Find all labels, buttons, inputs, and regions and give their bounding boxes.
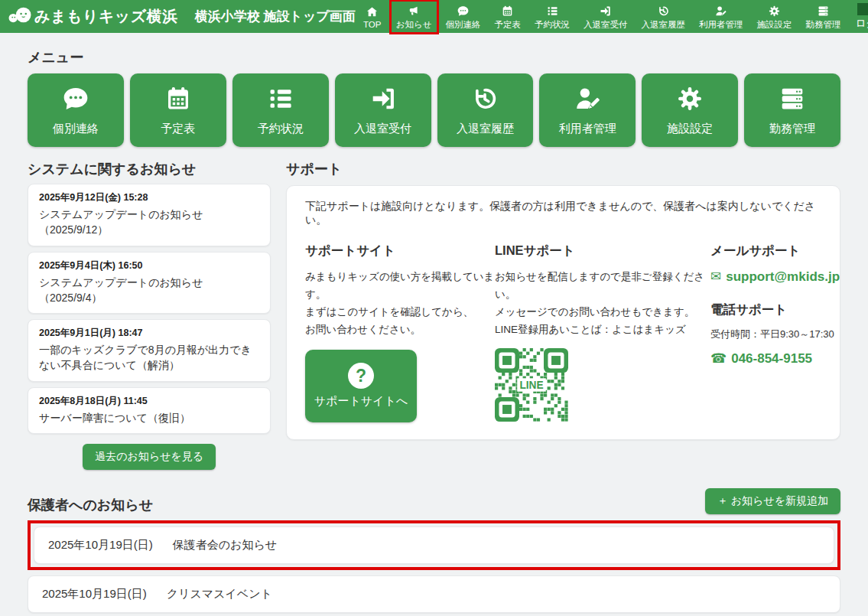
parent-news-item[interactable]: 2025年10月19日(日) クリスマスイベント [28,575,840,613]
page-title: 横浜小学校 施設トップ画面 [195,8,356,25]
mail-support-link[interactable]: ✉ support@mkids.jp [710,269,840,285]
nav-item-top[interactable]: TOP [356,0,389,33]
support-title: サポート [286,160,840,178]
menu-button-entry-exit-reception[interactable]: 入退室受付 [335,73,431,147]
app-logo[interactable]: みまもりキッズ横浜 [8,5,178,28]
support-notice: 下記サポートは施設向けとなります。保護者の方は利用できませんので、保護者へは案内… [305,200,821,227]
home-icon [366,5,379,18]
menu-section-title: メニュー [28,48,840,67]
phone-icon: ☎ [710,350,727,367]
annotation-highlight-box: 2025年10月19日(日) 保護者会のお知らせ [28,520,840,570]
nav-item-user-management[interactable]: 利用者管理 [692,0,750,34]
comment-dots-icon [457,4,470,18]
calendar-icon [501,4,514,18]
support-site-column: サポートサイト みまもりキッズの使い方を掲載しています。 まずはこのサイトを確認… [305,230,495,422]
logout-button[interactable]: ログアウト [856,3,868,31]
sign-in-icon [599,4,612,18]
parent-news-item[interactable]: 2025年10月19日(日) 保護者会のお知らせ [34,526,834,564]
menu-button-reservation-status[interactable]: 予約状況 [232,73,329,147]
envelope-icon: ✉ [710,269,721,285]
calendar-icon [164,84,193,116]
list-icon [546,4,559,18]
system-news-title: システムに関するお知らせ [28,160,271,178]
parent-news-title: 保護者へのお知らせ [28,496,153,514]
server-icon [817,4,830,18]
list-icon [266,84,295,116]
header-nav: TOP お知らせ 個別連絡 予定表 予約状況 入退室受付 入退室履歴 利用者管 [356,0,848,34]
nav-item-facility-settings[interactable]: 施設設定 [750,0,799,34]
server-icon [778,84,807,116]
mascot-icon [8,5,31,28]
history-icon [657,4,670,18]
nav-item-work-management[interactable]: 勤務管理 [799,0,848,34]
sign-in-icon [369,84,398,116]
top-header: みまもりキッズ横浜 横浜小学校 施設トップ画面 TOP お知らせ 個別連絡 予定… [0,0,868,33]
system-news-section: システムに関するお知らせ 2025年9月12日(金) 15:28 システムアップ… [28,160,271,470]
system-news-item[interactable]: 2025年9月4日(木) 16:50 システムアップデートのお知らせ（2025/… [28,252,271,315]
app-logo-text: みまもりキッズ横浜 [34,6,178,27]
system-news-item[interactable]: 2025年9月12日(金) 15:28 システムアップデートのお知らせ（2025… [28,184,271,246]
nav-item-entry-exit-history[interactable]: 入退室履歴 [635,0,693,34]
nav-item-reservation-status[interactable]: 予約状況 [528,0,577,34]
phone-support-hours: 受付時間：平日9:30～17:30 [710,328,840,341]
logout-box [857,3,868,15]
megaphone-icon [407,4,421,18]
system-news-item[interactable]: 2025年9月1日(月) 18:47 一部のキッズクラブで8月の月報が出力できな… [28,319,271,382]
line-support-title: LINEサポート [495,243,710,259]
menu-button-schedule[interactable]: 予定表 [130,73,226,147]
support-site-title: サポートサイト [305,243,495,259]
nav-item-news[interactable]: お知らせ [389,0,439,34]
svg-text:LINE: LINE [519,380,543,391]
phone-support-title: 電話サポート [710,301,840,318]
user-pen-icon [573,84,602,116]
nav-item-individual-contact[interactable]: 個別連絡 [439,0,488,34]
menu-button-user-management[interactable]: 利用者管理 [539,73,636,147]
user-pen-icon [714,4,727,18]
nav-item-schedule[interactable]: 予定表 [488,0,528,34]
add-news-button[interactable]: ＋ お知らせを新規追加 [705,488,840,514]
support-site-button[interactable]: ? サポートサイトへ [305,350,417,422]
history-icon [470,84,499,116]
menu-button-work-management[interactable]: 勤務管理 [744,73,840,147]
comment-dots-icon [61,84,90,116]
mail-phone-column: メールサポート ✉ support@mkids.jp 電話サポート 受付時間：平… [710,230,840,422]
menu-button-facility-settings[interactable]: 施設設定 [642,73,738,147]
menu-grid: 個別連絡 予定表 予約状況 入退室受付 入退室履歴 利用者管理 施設設定 勤務 [28,73,840,147]
system-news-past-button[interactable]: 過去のお知らせを見る [83,444,216,470]
menu-button-individual-contact[interactable]: 個別連絡 [28,73,124,147]
gear-icon [675,84,704,116]
plus-icon: ＋ [717,494,728,507]
menu-button-entry-exit-history[interactable]: 入退室履歴 [437,73,534,147]
system-news-item[interactable]: 2025年8月18日(月) 11:45 サーバー障害について（復旧） [28,387,271,434]
question-circle-icon: ? [348,363,374,389]
nav-item-entry-exit-reception[interactable]: 入退室受付 [577,0,635,34]
gear-icon [768,4,781,18]
phone-support-link[interactable]: ☎ 046-854-9155 [710,350,812,367]
line-support-column: LINEサポート お知らせを配信しますので是非ご登録ください。 メッセージでのお… [495,230,710,422]
support-section: サポート 下記サポートは施設向けとなります。保護者の方は利用できませんので、保護… [286,160,840,440]
mail-support-title: メールサポート [710,243,840,259]
line-qr-code: LINE [495,348,568,422]
